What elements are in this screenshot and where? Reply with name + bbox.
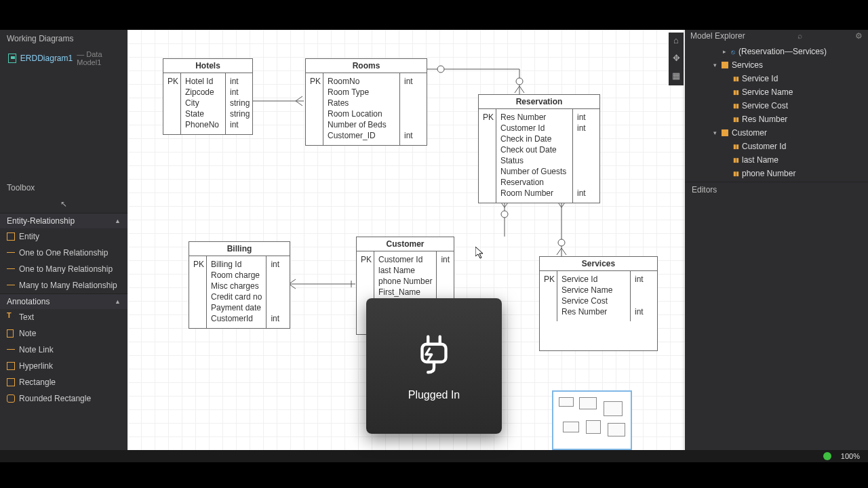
one-to-one-icon (7, 249, 15, 257)
chevron-up-icon: ▲ (115, 298, 121, 305)
svg-point-8 (558, 239, 565, 246)
tree-node-customer[interactable]: ▾Customer (685, 126, 868, 140)
canvas-side-tools: ⌂ ✥ ▦ (669, 33, 684, 85)
editors-title: Editors (685, 182, 868, 197)
tree-node[interactable]: ▮▮last Name (685, 153, 868, 167)
svg-point-3 (437, 66, 444, 73)
tool-rectangle[interactable]: Rectangle (0, 374, 127, 390)
entity-title: Services (540, 257, 657, 271)
minimap[interactable] (552, 390, 632, 450)
entity-icon (7, 232, 15, 241)
entity-title: Billing (189, 242, 290, 256)
model-explorer-header: Model Explorer ⌕ ⚙ (685, 30, 868, 43)
tree-node[interactable]: ▮▮Service Name (685, 85, 868, 99)
entity-title: Reservation (479, 95, 599, 109)
toast-label: Plugged In (408, 389, 460, 401)
toolbox-title: Toolbox (0, 179, 127, 195)
tree-node[interactable]: ▮▮phone Number (685, 167, 868, 180)
column-icon: ▮▮ (733, 170, 738, 177)
gear-icon[interactable]: ⚙ (855, 31, 863, 41)
tree-node[interactable]: ▸⎋(Reservation—Services) (685, 45, 868, 58)
column-icon: ▮▮ (733, 89, 738, 96)
pointer-tool[interactable]: ↖ (0, 195, 127, 213)
zoom-level[interactable]: 100% (841, 452, 860, 460)
svg-point-6 (501, 211, 508, 218)
rounded-rectangle-icon (7, 394, 15, 403)
column-icon: ▮▮ (733, 102, 738, 109)
app-root: Working Diagrams ERDDiagram1 — Data Mode… (0, 30, 868, 457)
tool-note-link[interactable]: Note Link (0, 342, 127, 358)
column-icon: ▮▮ (733, 75, 738, 82)
tool-many-to-many[interactable]: Many to Many Relationship (0, 277, 127, 293)
column-icon: ▮▮ (733, 143, 738, 150)
entity-title: Customer (357, 237, 454, 251)
entity-rooms[interactable]: Rooms PK RoomNo Room Type Rates Room Loc… (305, 58, 427, 146)
tree-node[interactable]: ▮▮Service Id (685, 72, 868, 85)
working-diagram-item[interactable]: ERDDiagram1 — Data Model1 (0, 46, 127, 70)
rectangle-icon (7, 378, 15, 386)
crosshair-icon[interactable]: ✥ (669, 50, 684, 65)
entity-reservation[interactable]: Reservation PK Res Number Customer Id Ch… (478, 94, 600, 203)
note-link-icon (7, 346, 15, 354)
section-entity-relationship[interactable]: Entity-Relationship ▲ (0, 213, 127, 228)
tree-node[interactable]: ▮▮Res Number (685, 113, 868, 126)
plug-icon (410, 331, 458, 378)
tree-node-services[interactable]: ▾Services (685, 58, 868, 72)
grid-icon[interactable]: ▦ (669, 68, 684, 83)
table-icon (722, 129, 728, 136)
status-ok-icon (823, 452, 831, 460)
column-icon: ▮▮ (733, 157, 738, 163)
entity-title: Hotels (163, 59, 252, 73)
model-tree[interactable]: ▸⎋(Reservation—Services) ▾Services ▮▮Ser… (685, 43, 868, 182)
left-panel: Working Diagrams ERDDiagram1 — Data Mode… (0, 30, 127, 457)
home-icon[interactable]: ⌂ (669, 33, 684, 47)
entity-hotels[interactable]: Hotels PK Hotel Id Zipcode City State Ph… (163, 58, 253, 135)
entity-billing[interactable]: Billing PK Billing Id Room charge Misc c… (189, 241, 290, 329)
erd-file-icon (8, 54, 16, 63)
diagram-name: ERDDiagram1 (20, 54, 73, 63)
note-icon (7, 329, 14, 338)
tree-node[interactable]: ▮▮Service Cost (685, 99, 868, 113)
reference-icon: ⎋ (731, 48, 735, 56)
many-to-many-icon (7, 281, 15, 289)
cursor-icon: ↖ (60, 199, 67, 209)
entity-title: Rooms (306, 59, 427, 73)
hyperlink-icon (7, 362, 15, 370)
status-bar: 100% (0, 450, 868, 462)
tool-rounded-rectangle[interactable]: Rounded Rectangle (0, 390, 127, 407)
search-icon[interactable]: ⌕ (797, 31, 802, 41)
plugged-in-toast: Plugged In (366, 298, 502, 434)
diagram-subtitle: — Data Model1 (77, 50, 119, 66)
one-to-many-icon (7, 265, 15, 273)
right-panel: ⌂ ✥ ▦ Model Explorer ⌕ ⚙ ▸⎋(Reservation—… (685, 30, 868, 457)
tool-one-to-many[interactable]: One to Many Relationship (0, 261, 127, 277)
entity-services[interactable]: Services PK Service Id Service Name Serv… (539, 256, 658, 351)
tool-note[interactable]: Note (0, 325, 127, 342)
svg-point-4 (516, 78, 523, 85)
tool-entity[interactable]: Entity (0, 228, 127, 245)
tree-node[interactable]: ▮▮Customer Id (685, 140, 868, 153)
text-icon: T (7, 311, 15, 319)
tool-one-to-one[interactable]: One to One Relationship (0, 245, 127, 261)
table-icon (722, 62, 728, 68)
section-annotations[interactable]: Annotations ▲ (0, 293, 127, 309)
tool-hyperlink[interactable]: Hyperlink (0, 358, 127, 374)
working-diagrams-title: Working Diagrams (0, 30, 127, 46)
chevron-up-icon: ▲ (115, 218, 121, 224)
column-icon: ▮▮ (733, 116, 738, 123)
tool-text[interactable]: TText (0, 309, 127, 325)
